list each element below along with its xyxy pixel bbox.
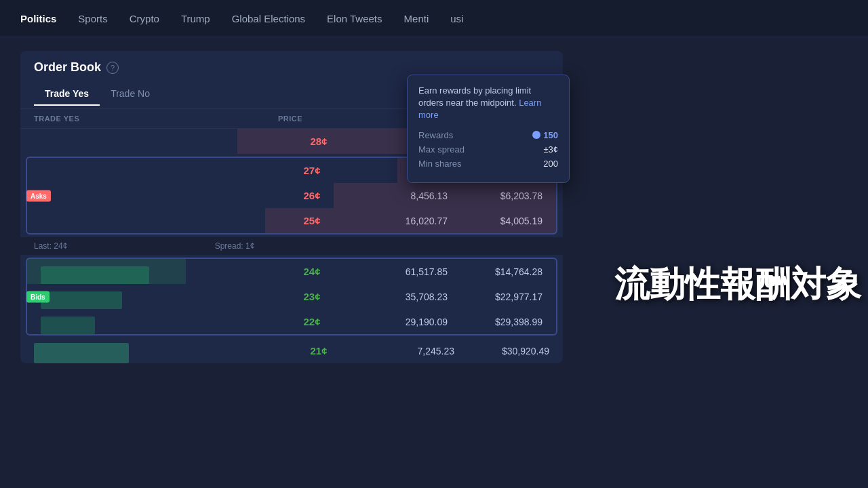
nav-item-global-elections[interactable]: Global Elections [232,13,305,24]
nav-item-sports[interactable]: Sports [78,13,107,24]
order-book-title: Order Book [34,60,101,75]
last-price: Last: 24¢ [34,241,67,251]
bid-shares-2: 29,190.09 [353,317,448,327]
outer-bid-shares: 7,245.23 [359,346,454,357]
bids-label: Bids [26,291,50,302]
bid-row-2: 22¢ 29,190.09 $29,398.99 [27,309,556,334]
bid-total-0: $14,764.28 [448,266,542,277]
spread-value: Spread: 1¢ [215,241,255,251]
tooltip-row-rewards: Rewards 150 [418,130,558,140]
col-price: PRICE [278,115,359,123]
bid-row-0: 24¢ 61,517.85 $14,764.28 [27,259,556,284]
ask-bar-2 [265,208,556,233]
card-title-row: Order Book ? [34,60,549,75]
tooltip-value-max-spread: ±3¢ [543,144,558,155]
tooltip-label-rewards: Rewards [418,130,453,140]
jp-overlay-text: 流動性報酬対象 [614,261,868,308]
ask-row-2: 25¢ 16,020.77 $4,005.19 [27,208,556,233]
ask-row-1: 26¢ 8,456.13 $6,203.78 [27,183,556,208]
navigation: Politics Sports Crypto Trump Global Elec… [0,0,868,37]
asks-label: Asks [26,190,51,201]
tooltip-row-min-shares: Min shares 200 [418,159,558,169]
nav-item-menti[interactable]: Menti [404,13,429,24]
spread-row: Last: 24¢ Spread: 1¢ [20,237,563,255]
bid-row-1: 23¢ 35,708.23 $22,977.17 [27,284,556,309]
ask-price-0: 27¢ [271,165,353,176]
main-content: Order Book ? Trade Yes Trade No Rewards … [0,37,868,377]
help-icon[interactable]: ? [106,62,119,74]
outer-bid-total: $30,920.49 [454,346,549,357]
outer-bid-bar [34,343,129,363]
tabs: Trade Yes Trade No [34,83,161,106]
bid-price-1: 23¢ [271,291,353,302]
outer-bid-row: 21¢ 7,245.23 $30,920.49 [20,338,563,363]
tooltip-label-min-shares: Min shares [418,159,462,169]
bid-shares-0: 61,517.85 [353,266,448,277]
tab-trade-no[interactable]: Trade No [100,83,161,106]
bid-total-1: $22,977.17 [448,291,542,302]
ask-bar-1 [334,183,556,208]
bid-shares-1: 35,708.23 [353,291,448,302]
tooltip-value-min-shares: 200 [543,159,558,169]
tab-trade-yes[interactable]: Trade Yes [34,83,100,106]
rewards-tooltip: Earn rewards by placing limit orders nea… [407,75,570,183]
bid-step-bar-0 [41,266,149,284]
nav-item-crypto[interactable]: Crypto [130,13,159,24]
nav-item-politics[interactable]: Politics [20,13,56,24]
bid-step-bar-1 [41,291,122,309]
tooltip-label-max-spread: Max spread [418,144,465,155]
tooltip-description: Earn rewards by placing limit orders nea… [418,85,558,122]
bid-step-bar-2 [41,317,95,334]
rewards-circle-icon [532,131,540,139]
bid-price-0: 24¢ [271,266,353,277]
col-trade-yes: TRADE YES [34,115,278,123]
tooltip-row-max-spread: Max spread ±3¢ [418,144,558,155]
bid-total-2: $29,398.99 [448,317,542,327]
bids-section: Bids 24¢ 61,517.85 $14,764.28 23¢ 35,708… [26,258,557,336]
nav-item-trump[interactable]: Trump [181,13,210,24]
outer-bid-price: 21¢ [278,345,359,357]
nav-item-usi[interactable]: usi [450,13,463,24]
tooltip-value-rewards: 150 [532,130,558,140]
nav-item-elon-tweets[interactable]: Elon Tweets [327,13,382,24]
bid-price-2: 22¢ [271,316,353,327]
